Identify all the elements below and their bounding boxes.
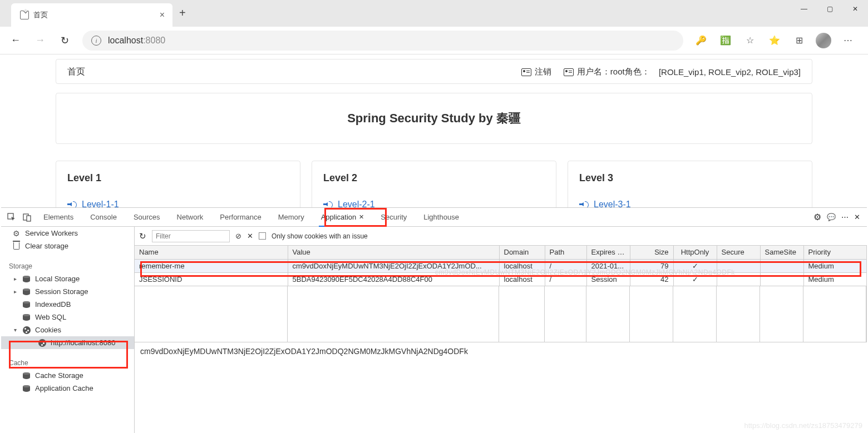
devtools-tab-elements[interactable]: Elements	[36, 208, 81, 226]
home-link[interactable]: 首页	[67, 66, 85, 78]
column-header[interactable]: Secure	[717, 246, 760, 259]
sidebar-item[interactable]: Application Cache	[1, 382, 134, 395]
column-header[interactable]: Domain	[499, 246, 545, 259]
close-window-button[interactable]: ✕	[842, 0, 868, 18]
page-title-banner: Spring Security Study by 秦疆	[56, 93, 812, 144]
devtools-tab-sources[interactable]: Sources	[126, 208, 168, 226]
level-cards: Level 1Level-1-1Level-1-2Level 2Level-2-…	[56, 161, 812, 207]
megaphone-icon	[323, 201, 333, 207]
password-icon[interactable]: 🔑	[690, 29, 712, 52]
new-tab-button[interactable]: +	[172, 0, 193, 19]
device-icon[interactable]	[20, 210, 34, 225]
filter-input[interactable]	[152, 230, 230, 242]
devtools-panel: ElementsConsoleSourcesNetworkPerformance…	[1, 207, 867, 433]
db-icon	[22, 300, 31, 308]
column-header[interactable]: Expires / ...	[586, 246, 630, 259]
sidebar-item[interactable]: Clear storage	[1, 240, 134, 252]
site-info-icon[interactable]: i	[91, 36, 101, 46]
svg-rect-2	[27, 216, 31, 221]
maximize-button[interactable]: ▢	[817, 0, 842, 18]
devtools-tabs: ElementsConsoleSourcesNetworkPerformance…	[1, 208, 867, 227]
devtools-feedback-icon[interactable]: 💬	[827, 213, 836, 221]
sidebar-item[interactable]: ⚙Service Workers	[1, 227, 134, 240]
devtools-tab-performance[interactable]: Performance	[212, 208, 269, 226]
id-card-icon	[521, 68, 531, 76]
column-header[interactable]: Size	[630, 246, 673, 259]
favorite-icon[interactable]: ☆	[739, 29, 761, 52]
column-header[interactable]: Priority	[803, 246, 867, 259]
cookie-cell-name: remember-me	[135, 259, 288, 272]
level-card: Level 2Level-2-1Level-2-2	[312, 161, 556, 207]
column-header[interactable]: SameSite	[760, 246, 803, 259]
cache-heading: Cache	[1, 355, 134, 369]
level-title: Level 3	[579, 172, 801, 184]
cookies-main: ↻ ⊘ ✕ Only show cookies with an issue Na…	[135, 227, 867, 433]
column-header[interactable]: Name	[135, 246, 288, 259]
sidebar-item[interactable]: Cache Storage	[1, 369, 134, 382]
profile-avatar[interactable]	[812, 29, 835, 52]
db-icon	[22, 287, 31, 296]
level-card: Level 1Level-1-1Level-1-2	[56, 161, 300, 207]
level-link[interactable]: Level-2-1	[323, 200, 545, 207]
devtools-tab-memory[interactable]: Memory	[270, 208, 312, 226]
only-issues-checkbox[interactable]	[259, 232, 266, 240]
refresh-icon[interactable]: ↻	[139, 231, 146, 241]
back-button[interactable]: ←	[4, 29, 27, 52]
devtools-tab-network[interactable]: Network	[169, 208, 211, 226]
user-info: 用户名：root角色： [ROLE_vip1, ROLE_vip2, ROLE_…	[564, 67, 801, 77]
devtools-tab-console[interactable]: Console	[82, 208, 125, 226]
address-bar[interactable]: i localhost:8080	[82, 31, 683, 51]
forward-button[interactable]: →	[29, 29, 51, 52]
sidebar-item[interactable]: ▸Local Storage	[1, 272, 134, 285]
cookies-table[interactable]: NameValueDomainPathExpires / ...SizeHttp…	[135, 246, 867, 286]
ghost-overlay-text: cm9vdDoxNjEyMDUwNTM3NjE2OjI2ZjExODA1Y2Jm…	[435, 268, 735, 276]
devtools-tab-lighthouse[interactable]: Lighthouse	[416, 208, 467, 226]
megaphone-icon	[579, 201, 589, 207]
cookie-detail: cm9vdDoxNjEyMDUwNTM3NjE2OjI2ZjExODA1Y2Jm…	[135, 342, 867, 360]
megaphone-icon	[67, 201, 77, 207]
clear-icon[interactable]: ✕	[247, 232, 253, 240]
empty-table-area	[135, 286, 867, 342]
db-icon	[22, 275, 31, 283]
cookie-icon	[22, 326, 31, 334]
cookie-cell-priority: Medium	[803, 272, 867, 286]
favorites-list-icon[interactable]: ⭐	[763, 29, 786, 52]
page-icon	[20, 11, 29, 19]
minimize-button[interactable]: —	[791, 0, 817, 18]
page-content: 首页 注销 用户名：root角色： [ROLE_vip1, ROLE_vip2,…	[0, 54, 868, 207]
devtools-close-icon[interactable]: ✕	[854, 213, 860, 221]
translate-icon[interactable]: 🈯	[714, 29, 737, 52]
sidebar-item[interactable]: ▾Cookies	[1, 323, 134, 336]
close-tab-icon[interactable]: ✕	[359, 213, 364, 221]
devtools-tab-application[interactable]: Application✕	[313, 208, 372, 226]
gear-icon: ⚙	[12, 229, 21, 237]
column-header[interactable]: HttpOnly	[673, 246, 717, 259]
window-titlebar: 首页 × + — ▢ ✕	[0, 0, 868, 27]
devtools-more-icon[interactable]: ⋯	[841, 213, 849, 221]
sidebar-item[interactable]: Web SQL	[1, 311, 134, 323]
cookie-cell-priority: Medium	[803, 259, 867, 272]
sidebar-item[interactable]: ▸Session Storage	[1, 285, 134, 298]
column-header[interactable]: Value	[288, 246, 499, 259]
sidebar-item[interactable]: IndexedDB	[1, 298, 134, 311]
block-icon[interactable]: ⊘	[235, 232, 241, 240]
devtools-tab-security[interactable]: Security	[373, 208, 415, 226]
inspect-icon[interactable]	[4, 210, 19, 225]
sidebar-item[interactable]: http://localhost:8080	[1, 336, 134, 349]
only-issues-label: Only show cookies with an issue	[272, 232, 368, 240]
level-link[interactable]: Level-3-1	[579, 200, 801, 207]
devtools-settings-icon[interactable]: ⚙	[813, 212, 821, 222]
db-icon	[22, 384, 31, 392]
column-header[interactable]: Path	[545, 246, 586, 259]
menu-icon[interactable]: ⋯	[837, 29, 859, 52]
collections-icon[interactable]: ⊞	[788, 29, 810, 52]
reload-button[interactable]: ↻	[53, 29, 76, 52]
page-header: 首页 注销 用户名：root角色： [ROLE_vip1, ROLE_vip2,…	[56, 59, 812, 84]
close-tab-icon[interactable]: ×	[157, 10, 167, 20]
id-card-icon	[564, 68, 574, 76]
level-link[interactable]: Level-1-1	[67, 200, 289, 207]
logout-link[interactable]: 注销	[521, 67, 551, 77]
cookie-cell-samesite	[760, 272, 803, 286]
browser-tab[interactable]: 首页 ×	[11, 3, 172, 27]
level-title: Level 2	[323, 172, 545, 184]
